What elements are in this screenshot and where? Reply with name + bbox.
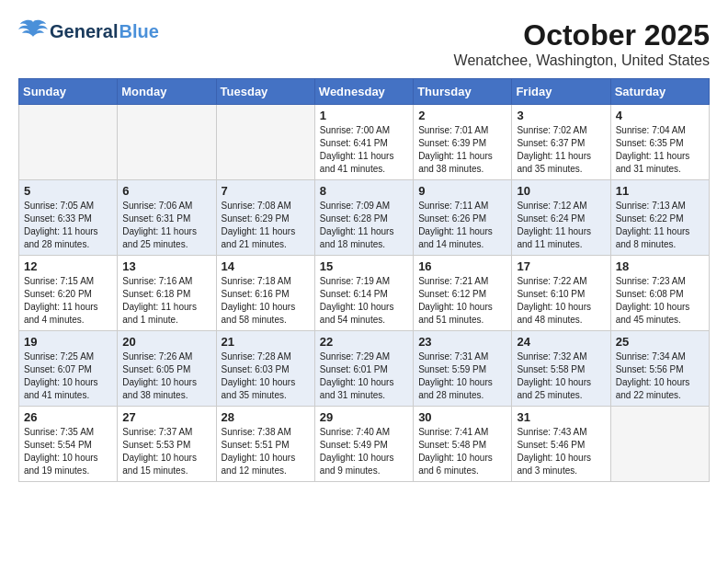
table-row: 1Sunrise: 7:00 AM Sunset: 6:41 PM Daylig…	[314, 105, 413, 180]
day-info: Sunrise: 7:22 AM Sunset: 6:10 PM Dayligh…	[517, 275, 605, 327]
table-row: 22Sunrise: 7:29 AM Sunset: 6:01 PM Dayli…	[314, 331, 413, 407]
logo-general: General	[50, 21, 118, 42]
day-number: 29	[320, 410, 408, 424]
calendar-title: October 2025	[454, 18, 710, 52]
day-number: 4	[616, 109, 704, 122]
day-number: 10	[517, 184, 605, 198]
title-section: October 2025 Wenatchee, Washington, Unit…	[454, 18, 710, 69]
table-row: 18Sunrise: 7:23 AM Sunset: 6:08 PM Dayli…	[610, 256, 709, 331]
header-thursday: Thursday	[414, 79, 512, 105]
table-row: 16Sunrise: 7:21 AM Sunset: 6:12 PM Dayli…	[414, 256, 512, 331]
table-row	[19, 105, 118, 180]
day-number: 11	[616, 184, 704, 198]
page-header: General Blue October 2025 Wenatchee, Was…	[18, 18, 710, 69]
day-number: 9	[418, 184, 506, 198]
day-info: Sunrise: 7:41 AM Sunset: 5:48 PM Dayligh…	[418, 426, 506, 477]
header-tuesday: Tuesday	[216, 79, 314, 105]
day-info: Sunrise: 7:43 AM Sunset: 5:46 PM Dayligh…	[517, 426, 605, 477]
header-monday: Monday	[118, 79, 216, 105]
day-info: Sunrise: 7:21 AM Sunset: 6:12 PM Dayligh…	[418, 275, 506, 327]
day-number: 5	[24, 184, 112, 198]
day-info: Sunrise: 7:34 AM Sunset: 5:56 PM Dayligh…	[616, 350, 704, 402]
day-number: 7	[222, 184, 310, 198]
day-number: 22	[320, 335, 408, 349]
table-row: 26Sunrise: 7:35 AM Sunset: 5:54 PM Dayli…	[19, 407, 118, 482]
table-row	[610, 407, 709, 482]
day-number: 30	[418, 410, 506, 424]
day-info: Sunrise: 7:01 AM Sunset: 6:39 PM Dayligh…	[418, 124, 506, 176]
day-info: Sunrise: 7:09 AM Sunset: 6:28 PM Dayligh…	[320, 200, 408, 251]
weekday-header-row: Sunday Monday Tuesday Wednesday Thursday…	[19, 79, 710, 105]
day-info: Sunrise: 7:13 AM Sunset: 6:22 PM Dayligh…	[616, 200, 704, 251]
header-friday: Friday	[512, 79, 610, 105]
day-info: Sunrise: 7:25 AM Sunset: 6:07 PM Dayligh…	[24, 350, 112, 402]
table-row: 12Sunrise: 7:15 AM Sunset: 6:20 PM Dayli…	[19, 256, 118, 331]
table-row: 17Sunrise: 7:22 AM Sunset: 6:10 PM Dayli…	[512, 256, 610, 331]
table-row: 10Sunrise: 7:12 AM Sunset: 6:24 PM Dayli…	[512, 180, 610, 256]
table-row: 13Sunrise: 7:16 AM Sunset: 6:18 PM Dayli…	[118, 256, 216, 331]
day-number: 14	[222, 259, 310, 273]
day-info: Sunrise: 7:37 AM Sunset: 5:53 PM Dayligh…	[122, 426, 210, 477]
day-info: Sunrise: 7:32 AM Sunset: 5:58 PM Dayligh…	[517, 350, 605, 402]
table-row	[216, 105, 314, 180]
calendar-table: Sunday Monday Tuesday Wednesday Thursday…	[18, 78, 710, 482]
day-info: Sunrise: 7:16 AM Sunset: 6:18 PM Dayligh…	[122, 275, 210, 327]
day-info: Sunrise: 7:23 AM Sunset: 6:08 PM Dayligh…	[616, 275, 704, 327]
table-row: 15Sunrise: 7:19 AM Sunset: 6:14 PM Dayli…	[314, 256, 413, 331]
day-info: Sunrise: 7:12 AM Sunset: 6:24 PM Dayligh…	[517, 200, 605, 251]
header-wednesday: Wednesday	[314, 79, 413, 105]
day-info: Sunrise: 7:18 AM Sunset: 6:16 PM Dayligh…	[222, 275, 310, 327]
week-row-2: 5Sunrise: 7:05 AM Sunset: 6:33 PM Daylig…	[19, 180, 710, 256]
table-row: 30Sunrise: 7:41 AM Sunset: 5:48 PM Dayli…	[414, 407, 512, 482]
day-number: 12	[24, 259, 112, 273]
day-number: 6	[122, 184, 210, 198]
table-row: 21Sunrise: 7:28 AM Sunset: 6:03 PM Dayli…	[216, 331, 314, 407]
day-number: 28	[222, 410, 310, 424]
day-number: 19	[24, 335, 112, 349]
table-row: 19Sunrise: 7:25 AM Sunset: 6:07 PM Dayli…	[19, 331, 118, 407]
day-info: Sunrise: 7:04 AM Sunset: 6:35 PM Dayligh…	[616, 124, 704, 176]
logo: General Blue	[18, 18, 159, 44]
day-number: 16	[418, 259, 506, 273]
day-info: Sunrise: 7:06 AM Sunset: 6:31 PM Dayligh…	[122, 200, 210, 251]
day-number: 15	[320, 259, 408, 273]
header-saturday: Saturday	[610, 79, 709, 105]
table-row: 29Sunrise: 7:40 AM Sunset: 5:49 PM Dayli…	[314, 407, 413, 482]
day-number: 27	[122, 410, 210, 424]
day-number: 25	[616, 335, 704, 349]
table-row: 23Sunrise: 7:31 AM Sunset: 5:59 PM Dayli…	[414, 331, 512, 407]
table-row: 8Sunrise: 7:09 AM Sunset: 6:28 PM Daylig…	[314, 180, 413, 256]
table-row: 27Sunrise: 7:37 AM Sunset: 5:53 PM Dayli…	[118, 407, 216, 482]
table-row: 11Sunrise: 7:13 AM Sunset: 6:22 PM Dayli…	[610, 180, 709, 256]
day-info: Sunrise: 7:26 AM Sunset: 6:05 PM Dayligh…	[122, 350, 210, 402]
day-number: 8	[320, 184, 408, 198]
day-info: Sunrise: 7:38 AM Sunset: 5:51 PM Dayligh…	[222, 426, 310, 477]
week-row-3: 12Sunrise: 7:15 AM Sunset: 6:20 PM Dayli…	[19, 256, 710, 331]
table-row: 2Sunrise: 7:01 AM Sunset: 6:39 PM Daylig…	[414, 105, 512, 180]
day-info: Sunrise: 7:40 AM Sunset: 5:49 PM Dayligh…	[320, 426, 408, 477]
day-number: 24	[517, 335, 605, 349]
table-row: 9Sunrise: 7:11 AM Sunset: 6:26 PM Daylig…	[414, 180, 512, 256]
logo-bird-icon	[18, 18, 48, 44]
day-info: Sunrise: 7:05 AM Sunset: 6:33 PM Dayligh…	[24, 200, 112, 251]
table-row	[118, 105, 216, 180]
logo-blue: Blue	[119, 21, 158, 42]
week-row-4: 19Sunrise: 7:25 AM Sunset: 6:07 PM Dayli…	[19, 331, 710, 407]
table-row: 5Sunrise: 7:05 AM Sunset: 6:33 PM Daylig…	[19, 180, 118, 256]
day-info: Sunrise: 7:29 AM Sunset: 6:01 PM Dayligh…	[320, 350, 408, 402]
day-info: Sunrise: 7:28 AM Sunset: 6:03 PM Dayligh…	[222, 350, 310, 402]
day-info: Sunrise: 7:02 AM Sunset: 6:37 PM Dayligh…	[517, 124, 605, 176]
table-row: 7Sunrise: 7:08 AM Sunset: 6:29 PM Daylig…	[216, 180, 314, 256]
day-info: Sunrise: 7:11 AM Sunset: 6:26 PM Dayligh…	[418, 200, 506, 251]
table-row: 3Sunrise: 7:02 AM Sunset: 6:37 PM Daylig…	[512, 105, 610, 180]
day-info: Sunrise: 7:31 AM Sunset: 5:59 PM Dayligh…	[418, 350, 506, 402]
table-row: 24Sunrise: 7:32 AM Sunset: 5:58 PM Dayli…	[512, 331, 610, 407]
day-number: 20	[122, 335, 210, 349]
day-info: Sunrise: 7:00 AM Sunset: 6:41 PM Dayligh…	[320, 124, 408, 176]
day-number: 18	[616, 259, 704, 273]
day-number: 17	[517, 259, 605, 273]
table-row: 20Sunrise: 7:26 AM Sunset: 6:05 PM Dayli…	[118, 331, 216, 407]
day-info: Sunrise: 7:08 AM Sunset: 6:29 PM Dayligh…	[222, 200, 310, 251]
day-number: 13	[122, 259, 210, 273]
week-row-5: 26Sunrise: 7:35 AM Sunset: 5:54 PM Dayli…	[19, 407, 710, 482]
